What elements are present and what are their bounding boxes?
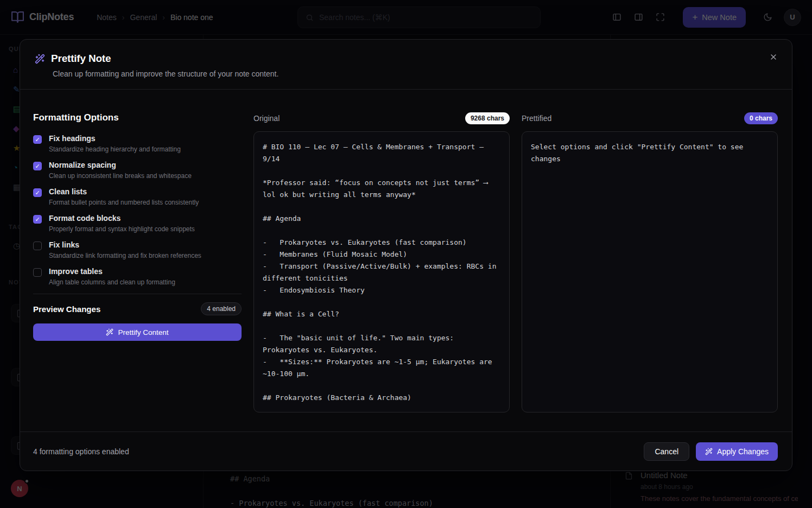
option-improve-tables[interactable]: Improve tables Align table columns and c… bbox=[33, 267, 242, 287]
checkbox[interactable] bbox=[33, 135, 42, 144]
option-normalize-spacing[interactable]: Normalize spacing Clean up inconsistent … bbox=[33, 161, 242, 180]
prettify-note-modal: Prettify Note Clean up formatting and im… bbox=[20, 39, 792, 471]
divider bbox=[33, 294, 242, 294]
option-label: Clean lists bbox=[49, 187, 199, 196]
option-clean-lists[interactable]: Clean lists Format bullet points and num… bbox=[33, 187, 242, 207]
prettified-content[interactable]: Select options and click "Prettify Conte… bbox=[522, 131, 778, 412]
original-content[interactable]: # BIO 110 — Lec 07 — Cells & Membranes +… bbox=[253, 131, 510, 412]
option-description: Clean up inconsistent line breaks and wh… bbox=[49, 172, 192, 180]
apply-changes-button[interactable]: Apply Changes bbox=[696, 442, 778, 461]
original-chars-badge: 9268 chars bbox=[465, 112, 510, 124]
formatting-options-panel: Formatting Options Fix headings Standard… bbox=[33, 112, 242, 431]
footer-status: 4 formatting options enabled bbox=[33, 447, 129, 456]
checkbox[interactable] bbox=[33, 215, 42, 224]
original-pane: Original 9268 chars # BIO 110 — Lec 07 —… bbox=[253, 112, 510, 431]
prettified-chars-badge: 0 chars bbox=[744, 112, 778, 124]
prettify-content-button[interactable]: Prettify Content bbox=[33, 323, 242, 341]
cancel-button[interactable]: Cancel bbox=[644, 442, 689, 461]
modal-subtitle: Clean up formatting and improve the stru… bbox=[35, 69, 777, 78]
option-description: Properly format and syntax highlight cod… bbox=[49, 225, 195, 233]
modal-footer: 4 formatting options enabled Cancel Appl… bbox=[20, 431, 792, 471]
wand-icon bbox=[35, 54, 45, 64]
prettified-pane: Prettified 0 chars Select options and cl… bbox=[522, 112, 778, 431]
preview-changes-heading: Preview Changes bbox=[33, 304, 100, 314]
prettify-content-label: Prettify Content bbox=[118, 328, 168, 336]
apply-changes-label: Apply Changes bbox=[717, 447, 769, 456]
modal-title: Prettify Note bbox=[51, 53, 111, 65]
formatting-options-heading: Formatting Options bbox=[33, 112, 242, 123]
option-label: Normalize spacing bbox=[49, 161, 192, 169]
checkbox[interactable] bbox=[33, 268, 42, 277]
option-description: Standardize link formatting and fix brok… bbox=[49, 252, 201, 260]
modal-header: Prettify Note Clean up formatting and im… bbox=[20, 40, 792, 90]
option-description: Align table columns and clean up formatt… bbox=[49, 278, 175, 287]
option-fix-headings[interactable]: Fix headings Standardize heading hierarc… bbox=[33, 134, 242, 154]
checkbox[interactable] bbox=[33, 188, 42, 197]
option-format-code-blocks[interactable]: Format code blocks Properly format and s… bbox=[33, 214, 242, 233]
checkbox[interactable] bbox=[33, 162, 42, 170]
option-label: Fix headings bbox=[49, 134, 181, 143]
option-label: Format code blocks bbox=[49, 214, 195, 223]
prettified-label: Prettified bbox=[522, 114, 551, 123]
original-label: Original bbox=[253, 114, 280, 123]
enabled-count-badge: 4 enabled bbox=[201, 302, 242, 315]
option-label: Fix links bbox=[49, 240, 201, 249]
option-description: Standardize heading hierarchy and format… bbox=[49, 145, 181, 154]
close-icon[interactable] bbox=[765, 48, 782, 66]
checkbox[interactable] bbox=[33, 242, 42, 250]
modal-body: Formatting Options Fix headings Standard… bbox=[20, 90, 792, 431]
option-label: Improve tables bbox=[49, 267, 175, 276]
option-description: Format bullet points and numbered lists … bbox=[49, 199, 199, 207]
wand-icon bbox=[106, 328, 113, 336]
wand-icon bbox=[705, 448, 713, 455]
option-fix-links[interactable]: Fix links Standardize link formatting an… bbox=[33, 240, 242, 260]
